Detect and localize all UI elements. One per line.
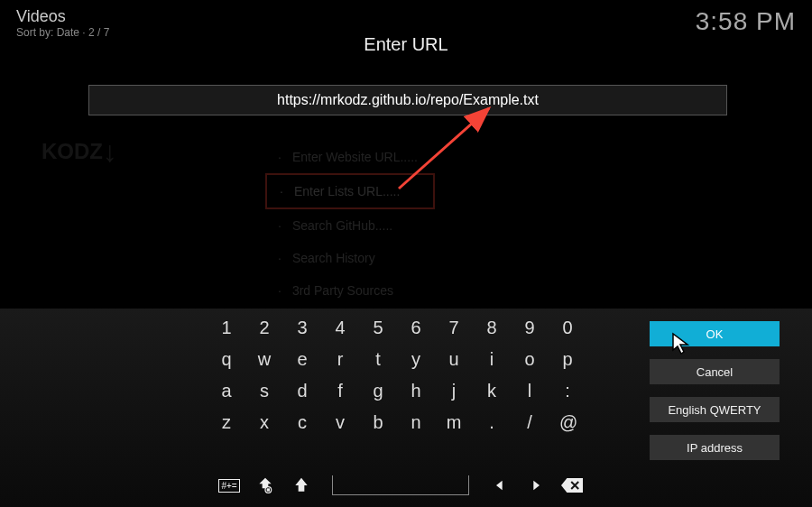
key-m[interactable]: m [446, 412, 462, 433]
bg-item-lists-highlighted: ·Enter Lists URL..... [265, 173, 435, 209]
key-f[interactable]: f [332, 381, 348, 401]
key-s[interactable]: s [256, 381, 272, 401]
clock: 3:58 PM [696, 7, 796, 39]
ip-address-button[interactable]: IP address [650, 435, 780, 460]
key-n[interactable]: n [408, 412, 424, 433]
key-9[interactable]: 9 [521, 318, 538, 338]
cancel-button[interactable]: Cancel [650, 359, 780, 384]
bg-item-3rdparty: ·3rd Party Sources [265, 274, 435, 307]
key-row-4: z x c v b n m . / @ [218, 412, 576, 433]
key-k[interactable]: k [484, 381, 500, 401]
sort-info: Sort by: Date · 2 / 7 [16, 26, 109, 39]
backspace-icon[interactable] [561, 475, 583, 496]
key-3[interactable]: 3 [294, 318, 310, 338]
key-t[interactable]: t [370, 349, 386, 370]
key-slash[interactable]: / [521, 412, 538, 433]
key-7[interactable]: 7 [446, 318, 462, 338]
key-period[interactable]: . [484, 412, 500, 433]
key-j[interactable]: j [446, 381, 462, 401]
key-w[interactable]: w [256, 349, 272, 370]
symbols-key[interactable]: #+= [218, 475, 240, 496]
arrow-right-icon[interactable] [525, 475, 547, 496]
key-row-2: q w e r t y u i o p [218, 349, 576, 370]
lock-icon[interactable] [254, 475, 276, 496]
bg-item-history: ·Search History [265, 242, 435, 274]
addon-logo: KODZ↓ [42, 124, 195, 179]
key-u[interactable]: u [446, 349, 462, 370]
key-row-1: 1 2 3 4 5 6 7 8 9 0 [218, 318, 576, 338]
key-at[interactable]: @ [559, 412, 576, 433]
layout-button[interactable]: English QWERTY [650, 397, 780, 422]
key-y[interactable]: y [408, 349, 424, 370]
key-q[interactable]: q [218, 349, 235, 370]
section-title: Videos [16, 7, 109, 26]
background-menu: ·Enter Website URL..... ·Enter Lists URL… [265, 141, 435, 307]
url-input[interactable]: https://mrkodz.github.io/repo/Example.tx… [88, 85, 727, 115]
key-v[interactable]: v [332, 412, 348, 433]
key-row-3: a s d f g h j k l : [218, 381, 576, 401]
key-5[interactable]: 5 [370, 318, 386, 338]
key-z[interactable]: z [218, 412, 235, 433]
arrow-left-icon[interactable] [489, 475, 511, 496]
key-0[interactable]: 0 [559, 318, 576, 338]
key-i[interactable]: i [484, 349, 500, 370]
key-p[interactable]: p [559, 349, 576, 370]
dialog-title: Enter URL [364, 34, 448, 55]
key-a[interactable]: a [218, 381, 235, 401]
bg-item-github: ·Search GitHub..... [265, 209, 435, 242]
key-o[interactable]: o [521, 349, 538, 370]
shift-icon[interactable] [291, 475, 312, 496]
key-d[interactable]: d [294, 381, 310, 401]
key-6[interactable]: 6 [408, 318, 424, 338]
key-e[interactable]: e [294, 349, 310, 370]
key-x[interactable]: x [256, 412, 272, 433]
key-h[interactable]: h [408, 381, 424, 401]
key-2[interactable]: 2 [256, 318, 272, 338]
key-r[interactable]: r [332, 349, 348, 370]
bg-item-website: ·Enter Website URL..... [265, 141, 435, 173]
key-c[interactable]: c [294, 412, 310, 433]
key-g[interactable]: g [370, 381, 386, 401]
virtual-keyboard: 1 2 3 4 5 6 7 8 9 0 q w e r t y u i o p … [0, 309, 812, 507]
key-b[interactable]: b [370, 412, 386, 433]
svg-rect-3 [267, 488, 270, 491]
ok-button[interactable]: OK [650, 321, 780, 346]
spacebar-key[interactable] [332, 475, 469, 495]
key-l[interactable]: l [521, 381, 538, 401]
key-1[interactable]: 1 [218, 318, 235, 338]
key-4[interactable]: 4 [332, 318, 348, 338]
key-8[interactable]: 8 [484, 318, 500, 338]
key-colon[interactable]: : [559, 381, 576, 401]
